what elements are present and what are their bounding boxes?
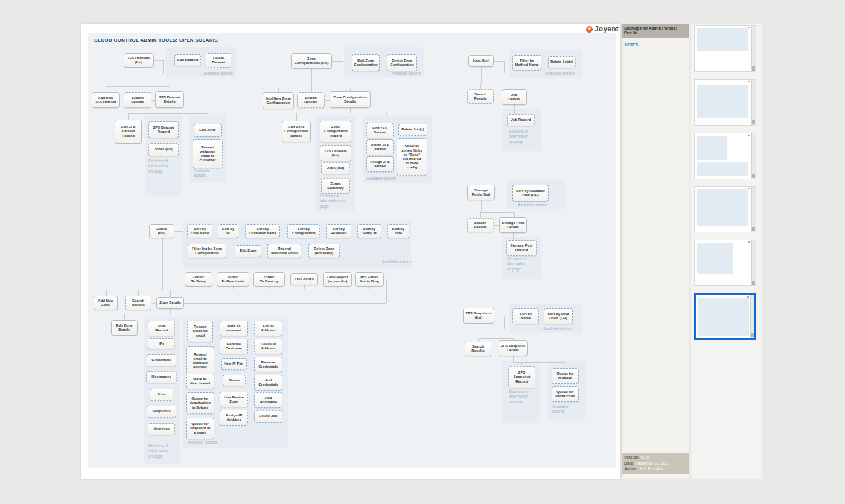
connector-line — [184, 303, 386, 304]
thumbnail-scrollbar-thumb[interactable] — [751, 333, 754, 337]
connector-line — [199, 287, 199, 289]
version-label: Version: — [624, 455, 640, 459]
thumbnail-scrollbar-thumb[interactable] — [752, 66, 755, 71]
diagram-annotation: Sections of information on page — [148, 159, 168, 174]
page-thumbnail-4[interactable] — [694, 186, 756, 232]
diagram-node-delete-ip-address: Delete IP Address — [254, 339, 282, 354]
connector-line — [138, 86, 138, 92]
page-thumbnail-pane — [691, 24, 762, 479]
page-thumbnail-1[interactable] — [694, 25, 756, 72]
connector-line — [128, 113, 208, 114]
diagram-node-search-results: Search Results — [124, 92, 151, 108]
thumbnail-scrollbar[interactable] — [751, 26, 756, 71]
version-value: v.1.0 — [640, 455, 649, 459]
diagram-node-edit-zone-configuration: Edit Zone Configuration — [352, 54, 380, 71]
diagram-node-edit-ip-address: Edit IP Address — [254, 321, 282, 336]
diagram-node-jobs-list: Jobs (list) — [321, 162, 350, 174]
connector-line — [513, 356, 514, 362]
date-value: December 13, 2010 — [635, 461, 669, 465]
diagram-node-zones-to-setup: Zones: To Setup — [185, 272, 212, 287]
diagram-node-sort-by-zone-name: Sort by Zone Name — [187, 224, 212, 238]
thumbnail-scrollbar[interactable] — [751, 133, 756, 179]
connector-line — [386, 279, 387, 303]
connector-line — [209, 314, 209, 317]
diagram-node-add-credentials: Add Credentials — [254, 375, 282, 391]
page-thumbnail-5[interactable] — [694, 240, 756, 286]
thumbnail-scrollbar-thumb[interactable] — [752, 281, 755, 285]
connector-line — [566, 362, 566, 368]
connector-line — [311, 88, 312, 92]
page-thumbnail-2[interactable] — [694, 79, 756, 126]
diagram-node-edit-zone: Edit Zone — [235, 245, 261, 257]
diagram-node-zfs-datasets-list: ZFS Datasets (list) — [124, 53, 154, 68]
thumbnail-scrollbar[interactable] — [751, 80, 756, 125]
diagram-node-resend-welcome-email: Resend Welcome Email — [267, 244, 301, 258]
connector-line — [164, 113, 164, 115]
connector-line — [304, 285, 305, 289]
diagram-annotation: Available actions — [366, 176, 396, 181]
diagram-node-assign-ip-address: Assign IP Address — [220, 410, 248, 426]
diagram-node-edit-zfs-dataset: Edit ZFS Dataset — [366, 123, 394, 138]
diagram-annotation: Available actions — [545, 71, 575, 76]
connector-line — [106, 86, 106, 92]
connector-line — [151, 303, 156, 304]
diagram-node-queue-for-destruction: Queue for destruction — [552, 386, 579, 402]
app-window: CLOUD CONTROL ADMIN TOOLS: OPEN SOLARIS … — [0, 0, 845, 504]
thumbnail-diagram-block — [697, 189, 748, 226]
diagram-node-queue-for-rollback: Queue for rollback — [552, 368, 579, 384]
diagram-node-remove-customer: Remove Customer — [220, 339, 248, 354]
connector-line — [162, 238, 163, 290]
author-row: Author: Joni Rustulka — [624, 466, 686, 472]
diagram-node-search-results: Search Results — [465, 342, 491, 356]
version-info-block: Version: v.1.0 Date: December 13, 2010 A… — [622, 453, 689, 474]
thumbnail-logo-mark — [748, 27, 750, 28]
connector-line — [106, 290, 107, 296]
thumbnail-diagram-block — [697, 28, 748, 51]
thumbnail-scrollbar-thumb[interactable] — [752, 227, 755, 231]
thumbnail-scrollbar[interactable] — [751, 240, 756, 285]
diagram-node-hostnames: Hostnames — [146, 371, 177, 383]
diagram-annotation: Available actions — [543, 327, 573, 331]
diagram-node-search-results: Search Results — [467, 89, 494, 104]
diagram-annotation: Sections of information on page — [507, 257, 526, 272]
connector-line — [343, 61, 343, 73]
thumbnail-preview — [696, 295, 750, 338]
diagram-node-ips: IPs — [148, 338, 175, 349]
thumbnail-scrollbar-thumb[interactable] — [752, 174, 755, 178]
page-thumbnail-3[interactable] — [694, 133, 756, 179]
connector-line — [278, 88, 350, 88]
connector-line — [494, 225, 499, 226]
connector-line — [479, 324, 479, 338]
author-label: Author: — [624, 467, 638, 471]
diagram-node-add-hostname: Add Hostname — [254, 392, 282, 408]
connector-line — [325, 100, 330, 101]
connector-line — [170, 86, 170, 91]
diagram-node-zones-list: Zones (list) — [149, 224, 174, 238]
diagram-node-zone-configuration-details: Zone Configuration Details — [330, 91, 371, 108]
diagram-node-edit-zone: Edit Zone — [194, 124, 222, 137]
thumbnail-scrollbar-thumb[interactable] — [752, 120, 755, 124]
diagram-node-remove-credentials: Remove Credentials — [254, 357, 282, 372]
connector-line — [521, 362, 522, 366]
connector-line — [495, 193, 503, 193]
diagram-node-edit-zone-configuration-details: Edit Zone Configuration Details — [282, 121, 311, 142]
thumbnail-scrollbar[interactable] — [750, 295, 754, 338]
date-label: Date: — [624, 461, 634, 465]
diagram-node-jobs-list: Jobs (list) — [468, 55, 494, 67]
connector-line — [504, 61, 505, 73]
thumbnail-logo-mark — [748, 81, 750, 82]
diagram-node-edit-dataset: Edit Dataset — [174, 54, 201, 66]
diagram-node-zone-report-no-results: Zone Report (no results) — [323, 272, 352, 287]
connector-line — [337, 287, 338, 289]
connector-line — [278, 88, 279, 92]
connector-line — [478, 338, 513, 339]
diagram-node-free-zones: Free Zones — [290, 273, 318, 285]
connector-line — [480, 85, 515, 85]
thumbnail-scrollbar[interactable] — [751, 187, 756, 232]
date-row: Date: December 13, 2010 — [624, 461, 686, 467]
diagram-node-delete-job-s: Delete Job(s) — [398, 124, 427, 136]
diagram-annotation: Sections of information on page — [320, 194, 345, 209]
diagram-node-new-ip-pair: New IP Pair — [221, 358, 247, 370]
page-thumbnail-6[interactable] — [694, 293, 756, 340]
thumbnail-preview — [695, 133, 751, 179]
